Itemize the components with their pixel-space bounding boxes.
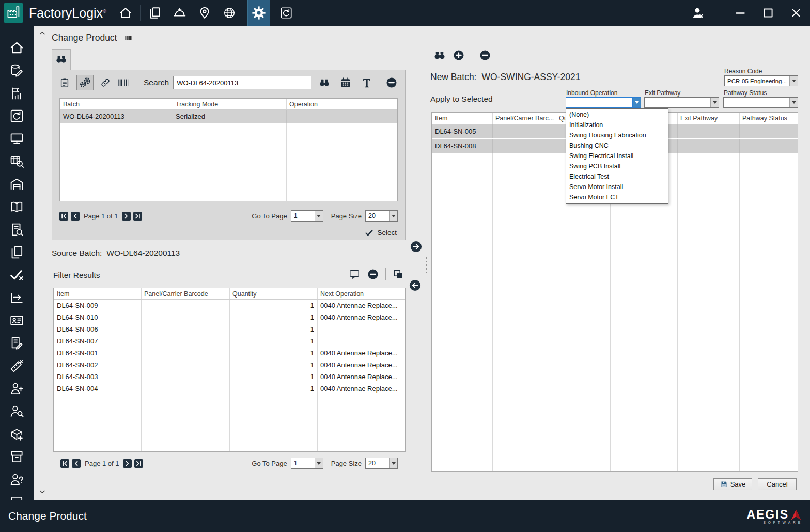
minimize-button[interactable]	[733, 5, 748, 21]
column-header[interactable]: Tracking Mode	[173, 99, 286, 109]
save-button[interactable]: Save	[713, 478, 752, 490]
dropdown-option[interactable]: Servo Motor FCT	[566, 192, 668, 202]
column-header[interactable]: Operation	[286, 99, 397, 109]
move-right-button[interactable]	[410, 241, 422, 253]
sidebar-item-id-card[interactable]	[9, 313, 25, 328]
dropdown-option[interactable]: Initialization	[566, 120, 668, 130]
column-header[interactable]: Quantity	[229, 288, 317, 299]
column-header[interactable]: Item	[54, 288, 141, 299]
column-header[interactable]: Panel/Carrier Barc...	[492, 113, 556, 124]
nav-production-icon[interactable]	[172, 5, 188, 21]
table-row[interactable]: DL64-SN-00410040 Antennae Replace...	[54, 383, 405, 395]
column-header[interactable]: Next Operation	[317, 288, 405, 299]
logout-user-icon[interactable]	[690, 5, 706, 21]
sidebar-item-warehouse[interactable]	[9, 177, 25, 192]
table-row[interactable]: DL64-SN-0071	[54, 335, 405, 347]
previous-page-button[interactable]	[71, 212, 80, 221]
sidebar-item-person-add[interactable]	[9, 381, 25, 397]
table-row[interactable]: WO-DL64-20200113Serialized	[60, 110, 397, 123]
page-size-select[interactable]: 20	[365, 210, 398, 222]
table-row[interactable]: DL64-SN-00210040 Antennae Replace...	[54, 359, 405, 371]
find-icon[interactable]	[433, 49, 446, 61]
table-row[interactable]: DL64-SN-0061	[54, 323, 405, 335]
inbound-operation-select[interactable]	[566, 97, 641, 108]
sidebar-item-home[interactable]	[9, 40, 25, 56]
sidebar-item-check-x[interactable]	[9, 268, 25, 283]
sidebar-item-database-edit[interactable]	[9, 63, 25, 79]
clipboard-icon[interactable]	[58, 76, 71, 89]
sidebar-item-arrow-box[interactable]	[9, 290, 25, 306]
last-page-button[interactable]	[134, 459, 143, 468]
next-page-button[interactable]	[123, 459, 132, 468]
sidebar-item-document-edit[interactable]	[9, 336, 25, 351]
sidebar-item-chart-flag[interactable]	[9, 86, 25, 101]
sidebar-item-table-search[interactable]	[9, 154, 25, 169]
nav-settings-tile[interactable]	[247, 0, 270, 26]
column-header[interactable]: Panel/Carrier Barcode	[141, 288, 229, 299]
maximize-button[interactable]	[760, 5, 776, 21]
dropdown-option[interactable]: Servo Motor Install	[566, 182, 668, 192]
select-action[interactable]: Select	[365, 228, 397, 237]
nav-location-icon[interactable]	[197, 5, 212, 21]
sidebar-item-history[interactable]	[9, 108, 25, 124]
gears-button[interactable]	[76, 75, 94, 90]
goto-page-select[interactable]: 1	[291, 458, 323, 469]
goto-page-select[interactable]: 1	[291, 210, 323, 222]
link-icon[interactable]	[99, 76, 112, 89]
page-size-select[interactable]: 20	[365, 458, 398, 469]
move-left-button[interactable]	[409, 279, 421, 291]
column-header[interactable]: Pathway Status	[739, 113, 798, 124]
sidebar-item-document-archive[interactable]	[9, 449, 25, 465]
remove-icon[interactable]	[385, 76, 398, 89]
first-page-button[interactable]	[60, 459, 69, 468]
nav-documents-icon[interactable]	[147, 5, 163, 21]
sidebar-item-ruler[interactable]	[9, 358, 25, 374]
nav-history-icon[interactable]	[278, 5, 294, 21]
dropdown-option[interactable]: Bushing CNC	[566, 140, 668, 151]
text-filter-icon[interactable]	[361, 76, 373, 89]
sidebar-item-person-question[interactable]	[9, 472, 25, 488]
search-input[interactable]	[173, 76, 311, 89]
reason-code-select[interactable]: PCR-05 Engineering...	[724, 75, 798, 86]
select-all-icon[interactable]	[392, 268, 404, 280]
find-icon[interactable]	[318, 76, 331, 89]
comment-icon[interactable]	[348, 268, 361, 280]
next-page-button[interactable]	[122, 212, 131, 221]
calendar-icon[interactable]	[339, 76, 352, 89]
remove-icon[interactable]	[479, 49, 491, 61]
scroll-up-button[interactable]	[38, 29, 46, 37]
sidebar-item-monitor[interactable]	[9, 131, 25, 147]
sidebar-item-person-search[interactable]	[9, 404, 25, 419]
column-header[interactable]: Exit Pathway	[677, 113, 739, 124]
sidebar-item-copy-files[interactable]	[9, 245, 25, 260]
dropdown-option[interactable]: Swing Electrical Install	[566, 151, 668, 161]
splitter-handle[interactable]	[425, 256, 428, 275]
table-row[interactable]: DL64-SN-00910040 Antennae Replace...	[54, 300, 405, 311]
scroll-down-button[interactable]	[38, 488, 46, 496]
nav-home-icon[interactable]	[118, 5, 133, 21]
exit-pathway-select[interactable]	[644, 97, 719, 108]
last-page-button[interactable]	[133, 212, 142, 221]
dropdown-option[interactable]: Electrical Test	[566, 171, 668, 182]
dropdown-option[interactable]: Swing Housing Fabrication	[566, 130, 668, 140]
previous-page-button[interactable]	[72, 459, 81, 468]
column-header[interactable]: Item	[432, 113, 492, 124]
dropdown-option[interactable]: (None)	[566, 109, 668, 120]
sidebar-item-document-box[interactable]	[9, 495, 25, 500]
dropdown-option[interactable]: Swing PCB Install	[566, 161, 668, 171]
pathway-status-select[interactable]	[723, 97, 798, 108]
barcode-scan-icon[interactable]	[117, 76, 130, 89]
cancel-button[interactable]: Cancel	[758, 478, 797, 490]
close-button[interactable]	[788, 5, 804, 21]
first-page-button[interactable]	[59, 212, 68, 221]
table-row[interactable]: DL64-SN-00110040 Antennae Replace...	[54, 347, 405, 359]
sidebar-item-box-add[interactable]	[9, 427, 25, 442]
remove-filter-icon[interactable]	[367, 268, 379, 280]
table-row[interactable]: DL64-SN-00310040 Antennae Replace...	[54, 371, 405, 383]
column-header[interactable]: Batch	[60, 99, 173, 109]
sidebar-item-document-search[interactable]	[9, 222, 25, 238]
sidebar-item-book[interactable]	[9, 199, 25, 215]
nav-globe-icon[interactable]	[222, 5, 237, 21]
table-row[interactable]: DL64-SN-01010040 Antennae Replace...	[54, 311, 405, 323]
tab-search[interactable]	[52, 49, 71, 70]
